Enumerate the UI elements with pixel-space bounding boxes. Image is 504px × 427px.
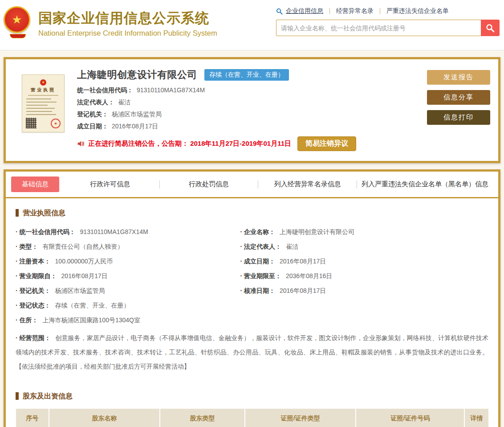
field-label: · 登记状态： [16, 302, 51, 310]
tab-bar: 基础信息 行政许可信息 行政处罚信息 列入经营异常名录信息 列入严重违法失信企业… [6, 172, 498, 198]
field-label: · 经营范围： [16, 334, 51, 341]
print-info-button[interactable]: 信息打印 [427, 110, 490, 125]
tab-serious-illegal-blacklist[interactable]: 列入严重违法失信企业名单（黑名单）信息 [357, 177, 493, 192]
field-business-scope: · 经营范围：创意服务，家居产品设计，电子商务（不得从事增值电信、金融业务），服… [16, 328, 488, 377]
nav-link-abnormal-list[interactable]: 经营异常名录 [336, 7, 374, 15]
field-value: 存续（在营、开业、在册） [55, 302, 130, 310]
field-value: 2016年08月17日 [280, 287, 326, 295]
site-header: ★ 国家企业信用信息公示系统 National Enterprise Credi… [0, 0, 504, 50]
license-text-line [26, 111, 52, 112]
section-title-shareholders: 股东及出资信息 [16, 392, 488, 400]
emblem-star-icon: ★ [12, 14, 22, 25]
shareholders-table: 序号 股东名称 股东类型 证照/证件类型 证照/证件号码 详情 1 崔洁 自然人 [16, 409, 488, 427]
field-registration-status: · 登记状态： 存续（在营、开业、在册） [16, 298, 240, 313]
deregistration-notice-row: 正在进行简易注销公告，公告期： 2018年11月27日-2019年01月11日 … [77, 136, 418, 151]
license-qr-code [26, 118, 37, 128]
info-label: 统一社会信用代码： [77, 86, 133, 94]
send-report-button[interactable]: 发送报告 [427, 70, 490, 85]
license-title: 营业执照 [25, 87, 61, 93]
license-emblem-icon: ★ [40, 79, 46, 86]
field-label: · 成立日期： [240, 258, 275, 266]
info-value: 2016年08月17日 [112, 123, 158, 131]
speaker-icon [77, 140, 85, 148]
license-text-line [26, 108, 55, 109]
info-label: 登记机关： [77, 111, 108, 119]
field-value: 2036年08月16日 [286, 272, 332, 280]
license-divider [28, 95, 58, 96]
deregistration-notice-text: 正在进行简易注销公告，公告期： 2018年11月27日-2019年01月11日 [88, 140, 291, 148]
business-license-thumbnail[interactable]: ★ 营业执照 ★ [22, 74, 65, 132]
field-value: 上海市杨浦区国康路100号1304Q室 [43, 316, 140, 324]
field-registered-capital: · 注册资本： 100.000000万人民币 [16, 254, 240, 269]
info-row-establish-date: 成立日期： 2016年08月17日 [77, 123, 418, 131]
field-label: · 企业名称： [240, 228, 275, 236]
field-value: 91310110MA1G87X14M [80, 228, 148, 236]
field-value: 崔洁 [286, 243, 298, 251]
info-row-credit-code: 统一社会信用代码： 91310110MA1G87X14M [77, 86, 418, 94]
info-label: 法定代表人： [77, 99, 114, 107]
main-content: ★ 营业执照 ★ 上海睫明创意设计有限公司 存续（在营、开业、在册） 统一社会信… [0, 50, 504, 427]
license-fields-grid: · 统一社会信用代码： 91310110MA1G87X14M · 企业名称： 上… [16, 219, 488, 377]
shareholders-table-wrap: 序号 股东名称 股东类型 证照/证件类型 证照/证件号码 详情 1 崔洁 自然人 [16, 402, 488, 427]
site-title-block: 国家企业信用信息公示系统 National Enterprise Credit … [38, 4, 217, 37]
field-label: · 统一社会信用代码： [16, 228, 76, 236]
field-term-to: · 营业期限至： 2036年08月16日 [240, 269, 488, 283]
field-label: · 类型： [16, 243, 38, 251]
field-label: · 核准日期： [240, 287, 275, 295]
search-icon [276, 8, 283, 15]
company-summary-card: ★ 营业执照 ★ 上海睫明创意设计有限公司 存续（在营、开业、在册） 统一社会信… [4, 57, 500, 163]
field-spacer [240, 298, 488, 313]
col-header-cert-number: 证照/证件号码 [356, 409, 464, 427]
site-subtitle: National Enterprise Credit Information P… [38, 29, 217, 37]
field-value: 2016年08月17日 [280, 258, 326, 266]
table-header-row: 序号 股东名称 股东类型 证照/证件类型 证照/证件号码 详情 [16, 409, 488, 427]
search-button[interactable] [481, 20, 500, 36]
field-address: · 住所： 上海市杨浦区国康路100号1304Q室 [16, 313, 488, 328]
emblem-ribbon [10, 34, 26, 38]
info-value: 91310110MA1G87X14M [137, 86, 205, 94]
nav-link-illegal-list[interactable]: 严重违法失信企业名单 [386, 7, 449, 15]
search-submit-icon [486, 24, 495, 33]
col-header-cert-type: 证照/证件类型 [245, 409, 356, 427]
deregistration-objection-button[interactable]: 简易注销异议 [297, 136, 356, 151]
field-value: 2016年08月17日 [61, 272, 108, 280]
field-label: · 住所： [16, 316, 38, 324]
tab-administrative-license[interactable]: 行政许可信息 [61, 177, 159, 192]
field-value: 100.000000万人民币 [55, 258, 113, 266]
info-label: 成立日期： [77, 123, 108, 131]
field-label: · 营业期限至： [240, 272, 281, 280]
field-company-type: · 类型： 有限责任公司（自然人独资） [16, 239, 240, 254]
nav-divider [329, 8, 330, 14]
field-label: · 登记机关： [16, 287, 51, 295]
field-value: 上海睫明创意设计有限公司 [280, 228, 354, 236]
field-company-name: · 企业名称： 上海睫明创意设计有限公司 [240, 225, 488, 239]
info-value: 崔洁 [118, 99, 130, 107]
info-row-legal-rep: 法定代表人： 崔洁 [77, 99, 418, 107]
field-credit-code: · 统一社会信用代码： 91310110MA1G87X14M [16, 225, 240, 239]
field-value: 杨浦区市场监管局 [55, 287, 105, 295]
shareholders-section: 股东及出资信息 序号 股东名称 股东类型 证照/证件类型 证照/证件号码 [6, 382, 498, 427]
field-label: · 注册资本： [16, 258, 51, 266]
search-bar [276, 20, 500, 36]
nav-divider [380, 8, 380, 14]
company-info: 上海睫明创意设计有限公司 存续（在营、开业、在册） 统一社会信用代码： 9131… [77, 68, 418, 151]
field-establish-date: · 成立日期： 2016年08月17日 [240, 254, 488, 269]
info-value: 杨浦区市场监管局 [112, 111, 162, 119]
col-header-shareholder-type: 股东类型 [160, 409, 245, 427]
license-text-line [26, 102, 57, 103]
search-input[interactable] [276, 20, 481, 36]
site-title: 国家企业信用信息公示系统 [38, 9, 217, 28]
tab-basic-info[interactable]: 基础信息 [11, 177, 59, 192]
header-search-area: 企业信用信息 经营异常名录 严重违法失信企业名单 [276, 4, 500, 36]
share-info-button[interactable]: 信息分享 [427, 90, 490, 105]
nav-link-enterprise-credit[interactable]: 企业信用信息 [286, 7, 323, 15]
col-header-seq: 序号 [16, 409, 49, 427]
field-legal-rep: · 法定代表人： 崔洁 [240, 239, 488, 254]
detail-card: 基础信息 行政许可信息 行政处罚信息 列入经营异常名录信息 列入严重违法失信企业… [4, 169, 500, 427]
field-term-from: · 营业期限自： 2016年08月17日 [16, 269, 240, 283]
license-text-line [26, 105, 48, 106]
tab-abnormal-operation-list[interactable]: 列入经营异常名录信息 [258, 177, 357, 192]
tab-administrative-penalty[interactable]: 行政处罚信息 [160, 177, 258, 192]
field-value: 有限责任公司（自然人独资） [43, 243, 124, 251]
license-info-section: 营业执照信息 · 统一社会信用代码： 91310110MA1G87X14M · … [6, 198, 498, 382]
